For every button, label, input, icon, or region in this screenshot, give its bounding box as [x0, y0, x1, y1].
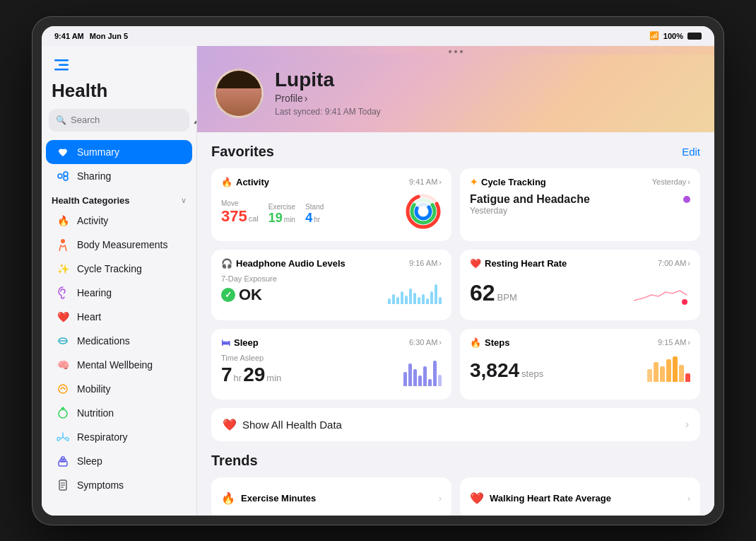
exposure-label: 7-Day Exposure [221, 274, 277, 283]
cycle-card-header: ✦ Cycle Tracking Yesterday › [470, 177, 690, 187]
nutrition-icon [56, 406, 70, 420]
hearing-label: Hearing [77, 287, 112, 298]
sleep-card-title: 🛏 Sleep [221, 337, 259, 348]
svg-point-5 [64, 176, 68, 180]
steps-card-header: 🔥 Steps 9:15 AM › [470, 337, 690, 348]
mental-wellbeing-label: Mental Wellbeing [77, 359, 153, 371]
sidebar-item-symptoms[interactable]: Symptoms [46, 473, 192, 497]
avatar [214, 69, 264, 118]
sidebar-item-hearing[interactable]: Hearing [46, 281, 192, 305]
bpm-value: 62 [470, 280, 495, 306]
sidebar-toggle-button[interactable] [52, 57, 71, 73]
search-input[interactable] [71, 115, 189, 125]
sidebar-item-respiratory[interactable]: Respiratory [46, 425, 192, 449]
cycle-dot [683, 196, 690, 203]
sleep-bar-6 [428, 379, 432, 386]
medications-icon [56, 334, 70, 348]
sidebar-item-cycle-tracking[interactable]: ✨ Cycle Tracking [46, 257, 192, 281]
sidebar-item-nutrition[interactable]: Nutrition [46, 401, 192, 425]
resting-heart-card[interactable]: ❤️ Resting Heart Rate 7:00 AM › [460, 250, 700, 320]
hearing-icon [56, 286, 70, 300]
headphone-card-header: 🎧 Headphone Audio Levels 9:16 AM › [221, 258, 442, 269]
svg-point-4 [64, 172, 68, 176]
bar-13 [439, 297, 442, 304]
dot-3 [460, 50, 463, 53]
show-all-health-data[interactable]: ❤️ Show All Health Data › [211, 408, 700, 441]
bar-3 [396, 297, 399, 304]
activity-card-title: 🔥 Activity [221, 177, 269, 187]
activity-card-time: 9:41 AM › [409, 178, 442, 186]
trends-title: Trends [211, 453, 258, 469]
trend-exercise-minutes[interactable]: 🔥 Exercise Minutes › [211, 477, 451, 516]
sleep-bar-8 [438, 375, 442, 386]
bar-2 [392, 294, 395, 304]
status-time: 9:41 AM [54, 32, 84, 40]
trends-grid: 🔥 Exercise Minutes › ❤️ Walking Heart Ra… [211, 477, 700, 516]
show-all-text: Show All Health Data [242, 419, 342, 431]
trend-walking-hr-label: Walking Heart Rate Average [490, 493, 682, 504]
exercise-unit: min [284, 216, 295, 223]
main-content: Lupita Profile › Last synced: 9:41 AM To… [197, 46, 714, 516]
headphone-card[interactable]: 🎧 Headphone Audio Levels 9:16 AM › [211, 250, 451, 320]
search-bar[interactable]: 🔍 🎤 [49, 109, 189, 132]
cycle-icon: ✦ [470, 177, 478, 187]
resting-heart-time: 7:00 AM › [658, 259, 690, 267]
favorites-title: Favorites [211, 144, 274, 160]
move-metric: Move 375 cal [221, 199, 259, 226]
sleep-bar-7 [433, 361, 437, 386]
cycle-event-time: Yesterday [470, 206, 590, 216]
sidebar-item-summary[interactable]: Summary [46, 140, 192, 164]
bar-4 [401, 291, 403, 304]
heart-sparkline [634, 281, 690, 306]
nutrition-label: Nutrition [77, 407, 114, 419]
bar-9 [422, 294, 425, 304]
cycle-card-time: Yesterday › [652, 178, 690, 186]
sleep-hours: 7 [221, 363, 232, 386]
cycle-event: Fatigue and Headache [470, 193, 590, 206]
trend-walking-hr-icon: ❤️ [470, 491, 484, 505]
steps-card[interactable]: 🔥 Steps 9:15 AM › 3,824 [460, 329, 700, 400]
profile-sync: Last synced: 9:41 AM Today [275, 107, 697, 117]
bar-11 [430, 291, 433, 304]
trend-walking-heart-rate[interactable]: ❤️ Walking Heart Rate Average › [460, 477, 700, 516]
battery-icon [687, 33, 702, 40]
sidebar-item-body-measurements[interactable]: Body Measurements [46, 233, 192, 257]
sidebar-item-mobility[interactable]: Mobility [46, 377, 192, 401]
sidebar-item-medications[interactable]: Medications [46, 329, 192, 353]
heart-label: Heart [77, 311, 101, 322]
symptoms-icon [56, 478, 70, 492]
medications-label: Medications [77, 335, 130, 347]
svg-rect-1 [59, 64, 69, 66]
sidebar-item-mental-wellbeing[interactable]: 🧠 Mental Wellbeing [46, 353, 192, 377]
body-measurements-icon [56, 238, 70, 252]
show-all-content: ❤️ Show All Health Data [223, 418, 342, 431]
profile-link[interactable]: Profile › [275, 93, 697, 104]
heart-chart-dot [682, 299, 687, 305]
battery-level: 100% [663, 32, 683, 40]
favorites-header: Favorites Edit [211, 144, 700, 160]
sleep-min-unit: min [266, 373, 281, 383]
trend-exercise-label: Exercise Minutes [241, 493, 433, 504]
steps-bar-5 [673, 356, 678, 382]
edit-button[interactable]: Edit [682, 146, 700, 158]
sidebar-item-heart[interactable]: ❤️ Heart [46, 305, 192, 329]
steps-bar-7 [685, 373, 690, 382]
trend-exercise-chevron: › [439, 493, 442, 504]
headphone-card-time: 9:16 AM › [409, 259, 442, 267]
categories-title: Health Categories [52, 195, 130, 206]
activity-card[interactable]: 🔥 Activity 9:41 AM › [211, 168, 451, 241]
sidebar-item-sleep[interactable]: Sleep [46, 449, 192, 473]
exercise-metric: Exercise 19 min [268, 203, 295, 226]
sidebar-item-sharing[interactable]: Sharing [46, 164, 192, 188]
sleep-minutes: 29 [243, 363, 265, 386]
sidebar-item-activity[interactable]: 🔥 Activity [46, 209, 192, 233]
cycle-tracking-card[interactable]: ✦ Cycle Tracking Yesterday › F [460, 168, 700, 241]
profile-info: Lupita Profile › Last synced: 9:41 AM To… [275, 69, 697, 117]
activity-card-label: Activity [236, 177, 269, 187]
categories-chevron[interactable]: ∨ [181, 196, 187, 205]
sleep-card-label: Sleep [234, 337, 259, 348]
steps-bars [647, 356, 690, 382]
sleep-card[interactable]: 🛏 Sleep 6:30 AM › Time Asleep [211, 329, 451, 400]
profile-name: Lupita [275, 69, 697, 91]
steps-label: Steps [485, 337, 509, 348]
